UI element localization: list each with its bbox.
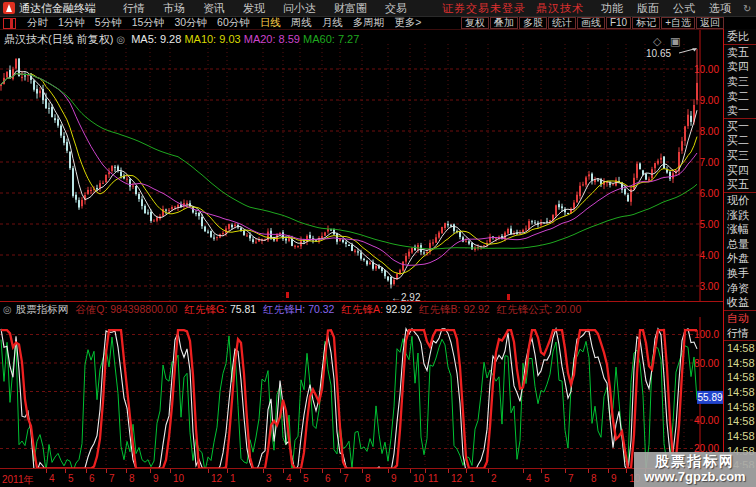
indicator-field-label: 红先锋B:: [419, 303, 463, 315]
period-tab-60分钟[interactable]: 60分钟: [217, 16, 250, 28]
menu-item-功能[interactable]: 功能: [601, 2, 623, 14]
indicator-field: 红先锋公式: 20.00: [497, 303, 582, 315]
quote-time-row[interactable]: 14:58: [724, 385, 756, 400]
quote-panel: 委比卖五卖四卖三卖二卖一买一买二买三买四买五现价涨跌涨幅总量外盘换手净资收益自动…: [723, 29, 756, 468]
main-chart[interactable]: 10.009.008.007.006.005.004.003.00←2.9210…: [0, 29, 723, 302]
period-tab-周线[interactable]: 周线: [291, 16, 312, 28]
svg-text:10.00: 10.00: [694, 64, 719, 75]
main-chart-canvas[interactable]: 10.009.008.007.006.005.004.003.00←2.9210…: [0, 30, 723, 302]
indicator-chart[interactable]: 100.080.0040.0020.0055.89: [0, 316, 723, 468]
month-label: 11: [428, 473, 438, 484]
chart-header: 鼎汉技术(日线 前复权)◎ MA5: 9.28 MA10: 9.03 MA20:…: [4, 32, 359, 47]
toolbar-button-复权[interactable]: 复权: [461, 17, 489, 29]
app-logo-icon: [3, 2, 15, 14]
month-label: 7: [109, 473, 115, 484]
quote-row-卖二[interactable]: 卖二: [724, 89, 756, 104]
quote-row-外盘[interactable]: 外盘: [724, 251, 756, 266]
quote-time-row[interactable]: 14:58: [724, 356, 756, 371]
axis-tick: [388, 469, 389, 473]
period-tab-1分钟[interactable]: 1分钟: [58, 16, 85, 28]
quote-row-买三[interactable]: 买三: [724, 148, 756, 163]
quote-row-收益[interactable]: 收益: [724, 295, 756, 310]
period-tab-日线[interactable]: 日线: [260, 16, 281, 28]
month-label: 10: [413, 473, 424, 484]
period-tab-分时[interactable]: 分时: [27, 16, 48, 28]
toolbar-button-统计[interactable]: 统计: [548, 17, 576, 29]
quote-row-买五[interactable]: 买五: [724, 177, 756, 192]
menu-icons: ↻▯✉: [738, 2, 756, 14]
menu-item-市场[interactable]: 市场: [163, 2, 185, 14]
axis-tick: [65, 469, 66, 473]
period-tab-5分钟[interactable]: 5分钟: [95, 16, 122, 28]
collapse-icon[interactable]: ◎: [116, 34, 125, 45]
indicator-field: 红先锋B: 92.92: [419, 303, 490, 315]
indicator-field-label: 谷傕Q:: [75, 303, 110, 315]
indicator-field-label: 红先锋公式:: [497, 303, 555, 315]
period-tab-更多>[interactable]: 更多>: [394, 16, 421, 28]
indicator-chart-canvas[interactable]: 100.080.0040.0020.0055.89: [0, 316, 723, 468]
toolbar-button-+自选[interactable]: +自选: [661, 17, 695, 29]
quote-time-row[interactable]: 14:58: [724, 400, 756, 415]
axis-tick: [523, 469, 524, 473]
quote-row-买四[interactable]: 买四: [724, 163, 756, 178]
toolbar-button-叠加[interactable]: 叠加: [490, 17, 518, 29]
toolbar-buttons: 复权叠加多股统计画线F10标记+自选返回: [460, 17, 724, 29]
quote-row-总量[interactable]: 总量: [724, 237, 756, 252]
menu-item-公式[interactable]: 公式: [673, 2, 695, 14]
menu-item-问小达[interactable]: 问小达: [283, 2, 316, 14]
quote-row-卖一[interactable]: 卖一: [724, 103, 756, 118]
quote-row-买二[interactable]: 买二: [724, 133, 756, 148]
period-tab-月线[interactable]: 月线: [322, 16, 343, 28]
chart-mode-icon[interactable]: [3, 18, 16, 29]
quote-time-row[interactable]: 14:58: [724, 370, 756, 385]
quote-row-卖三[interactable]: 卖三: [724, 74, 756, 89]
quote-row-卖五[interactable]: 卖五: [724, 44, 756, 60]
toolbar-button-返回[interactable]: 返回: [696, 17, 724, 29]
year-label: 2011年: [2, 473, 34, 487]
quote-row-委比[interactable]: 委比: [724, 29, 756, 44]
ma-value-MA60: MA60: 7.27: [300, 33, 359, 45]
toolbar-button-F10[interactable]: F10: [606, 17, 631, 29]
quote-row-涨幅[interactable]: 涨幅: [724, 222, 756, 237]
toolbar-button-多股[interactable]: 多股: [519, 17, 547, 29]
quote-row-自动[interactable]: 自动: [724, 310, 756, 326]
symbol-title: 鼎汉技术(日线 前复权): [4, 33, 113, 45]
axis-tick: [208, 469, 209, 473]
toolbar-button-画线[interactable]: 画线: [577, 17, 605, 29]
svg-text:55.89: 55.89: [697, 392, 722, 403]
month-label: 5: [303, 473, 309, 484]
quote-time-row[interactable]: 14:58: [724, 414, 756, 429]
date-axis: 2011年 4567891012134567891011121245789101…: [0, 468, 723, 487]
indicator-collapse-icon[interactable]: ◎: [3, 304, 12, 315]
quote-row-卖四[interactable]: 卖四: [724, 59, 756, 74]
quote-row-净资[interactable]: 净资: [724, 281, 756, 296]
diamond-mark-icon: ◇: [653, 35, 662, 47]
svg-text:8.00: 8.00: [700, 126, 720, 137]
menu-item-行情[interactable]: 行情: [123, 2, 145, 14]
period-tab-30分钟[interactable]: 30分钟: [174, 16, 207, 28]
high-annotation: 10.65: [646, 48, 671, 59]
quote-row-涨跌[interactable]: 涨跌: [724, 208, 756, 223]
quote-row-行情[interactable]: 行情: [724, 326, 756, 341]
menu-item-交易[interactable]: 交易: [385, 2, 407, 14]
month-label: 4: [526, 473, 532, 484]
month-label: 4: [49, 473, 55, 484]
toolbar-button-标记[interactable]: 标记: [632, 17, 660, 29]
quote-row-换手[interactable]: 换手: [724, 266, 756, 281]
month-label: 1: [230, 473, 236, 484]
svg-text:9.00: 9.00: [700, 95, 720, 106]
indicator-header: ◎ 股票指标网 谷傕Q: 984398800.00红先锋G: 75.81红先锋H…: [0, 301, 723, 317]
quote-row-买一[interactable]: 买一: [724, 118, 756, 134]
watermark: 股票指标网 www.7gpzb.com: [634, 452, 756, 487]
quote-time-row[interactable]: 14:58: [724, 429, 756, 444]
refresh-icon[interactable]: ↻: [743, 3, 751, 14]
menu-item-资讯[interactable]: 资讯: [203, 2, 225, 14]
quote-row-现价[interactable]: 现价: [724, 192, 756, 208]
menu-item-版面[interactable]: 版面: [637, 2, 659, 14]
menu-item-财富圈[interactable]: 财富圈: [334, 2, 367, 14]
menu-item-选项[interactable]: 选项: [709, 2, 731, 14]
period-tab-多周期[interactable]: 多周期: [353, 16, 385, 28]
menu-item-发现[interactable]: 发现: [243, 2, 265, 14]
period-tab-15分钟[interactable]: 15分钟: [132, 16, 165, 28]
quote-time-row[interactable]: 14:58: [724, 340, 756, 356]
